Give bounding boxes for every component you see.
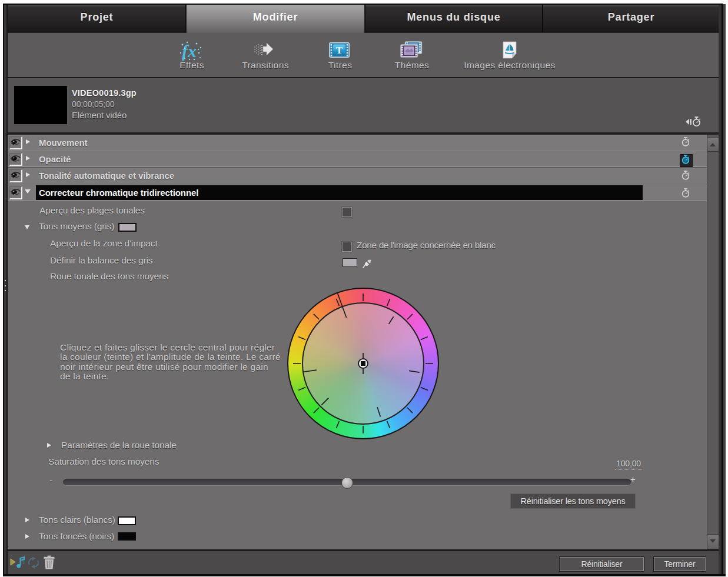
svg-text:fx: fx (182, 41, 197, 61)
svg-text:T: T (336, 45, 343, 56)
